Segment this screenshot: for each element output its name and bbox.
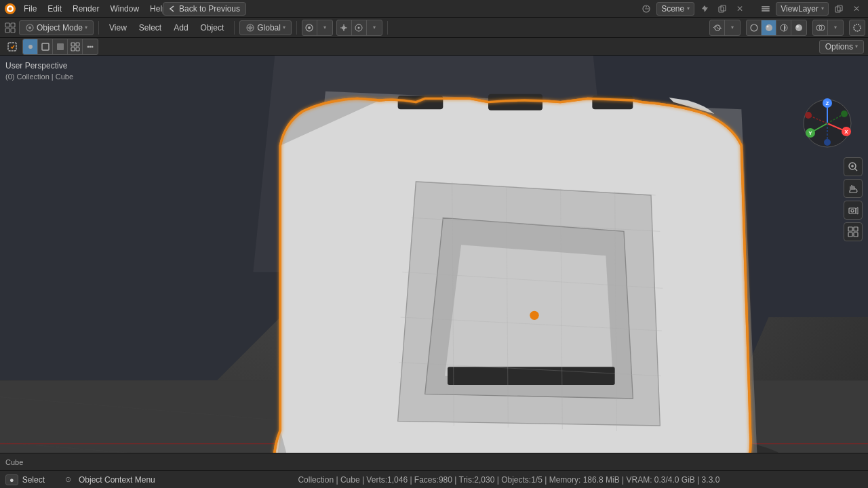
object-menu[interactable]: Object	[195, 21, 230, 35]
add-menu[interactable]: Add	[168, 21, 193, 35]
menu-file[interactable]: File	[19, 3, 41, 15]
svg-point-27	[308, 26, 311, 29]
object-icon	[25, 23, 35, 33]
svg-text:X: X	[844, 129, 848, 135]
blender-logo[interactable]	[3, 1, 18, 16]
svg-line-4	[13, 5, 14, 7]
xray-btn[interactable]	[850, 20, 865, 35]
viewport-gizmo[interactable]: Z X Y	[800, 96, 854, 150]
svg-rect-17	[11, 23, 15, 27]
viewport-icon[interactable]	[3, 20, 18, 35]
svg-point-34	[766, 25, 768, 27]
menu-render[interactable]: Render	[68, 3, 104, 15]
rmb-icon: ⊙	[61, 473, 75, 487]
edge-select[interactable]	[38, 39, 53, 54]
svg-point-33	[766, 24, 772, 31]
toolbar-right: ▾	[709, 20, 865, 36]
solid-btn[interactable]	[762, 20, 776, 35]
proportional-btn[interactable]	[352, 20, 367, 35]
vis-btn1[interactable]	[710, 20, 725, 35]
snap-btn[interactable]	[337, 20, 352, 35]
quad-view-btn[interactable]	[844, 222, 863, 241]
viewport[interactable]: User Perspective (0) Collection | Cube Z…	[0, 56, 868, 470]
status-bar: ● Select ⊙ Object Context Menu Collectio…	[0, 470, 868, 488]
lookdev-btn[interactable]	[776, 20, 791, 35]
overlay-btn[interactable]	[813, 20, 828, 35]
toolbar-menus: View Select Add Object	[104, 21, 229, 35]
scene-svg	[0, 56, 868, 470]
transform-selector[interactable]: Global ▾	[239, 20, 292, 35]
svg-rect-18	[5, 28, 9, 33]
menu-edit[interactable]: Edit	[43, 3, 66, 15]
face-select[interactable]	[53, 39, 68, 54]
object-mode-selector[interactable]: Object Mode ▾	[19, 20, 94, 35]
options-button[interactable]: Options ▾	[819, 40, 864, 54]
sep2	[234, 21, 235, 35]
back-to-previous-button[interactable]: Back to Previous	[163, 2, 246, 16]
svg-line-94	[855, 169, 858, 171]
svg-rect-66	[448, 367, 615, 385]
top-bar: File Edit Render Window Help Back to Pre…	[0, 0, 868, 18]
rendered-btn[interactable]	[791, 20, 806, 35]
zoom-icon-btn[interactable]	[844, 157, 863, 176]
back-to-previous-label: Back to Previous	[179, 4, 240, 14]
copy2-icon	[834, 4, 844, 14]
view-menu[interactable]: View	[104, 21, 132, 35]
scene-copy-icon[interactable]	[715, 1, 730, 16]
scene-selector[interactable]: Scene ▾	[656, 2, 694, 16]
copy-icon	[717, 4, 727, 14]
svg-point-92	[841, 110, 848, 117]
face-icon	[56, 42, 65, 52]
hand-icon-btn[interactable]	[844, 179, 863, 198]
top-bar-right: Scene ▾ ✕ ViewLayer ▾	[635, 1, 868, 16]
pivot-icon	[304, 23, 314, 33]
viewlayer-icon-btn[interactable]	[758, 1, 773, 16]
svg-point-30	[358, 26, 360, 28]
vertex-icon	[26, 42, 35, 52]
viewlayer-copy-icon[interactable]	[831, 1, 846, 16]
wireframe-btn[interactable]	[747, 20, 762, 35]
svg-rect-41	[8, 43, 16, 51]
svg-point-7	[646, 6, 647, 7]
scene-icon-btn[interactable]	[639, 1, 654, 16]
svg-rect-43	[42, 43, 49, 50]
view-label: View	[109, 23, 127, 33]
svg-point-40	[854, 24, 861, 31]
svg-rect-11	[762, 6, 770, 7]
select-menu[interactable]: Select	[134, 21, 167, 35]
overlay-group: ▾	[812, 20, 844, 36]
svg-rect-102	[848, 232, 852, 237]
scene-close-icon[interactable]: ✕	[732, 1, 747, 16]
svg-rect-44	[57, 43, 64, 50]
select-box-icon[interactable]	[4, 39, 20, 54]
island-select[interactable]	[68, 39, 83, 54]
vis-arrow[interactable]: ▾	[725, 20, 740, 35]
stats-label: Collection | Cube | Verts:1,046 | Faces:…	[298, 475, 719, 485]
scene-pin-icon[interactable]	[697, 1, 712, 16]
hand-icon	[848, 183, 859, 194]
camera-icon-btn[interactable]	[844, 201, 863, 220]
overlay-arrow[interactable]: ▾	[828, 20, 843, 35]
svg-rect-103	[854, 232, 858, 237]
bottom-bar: Cube	[0, 453, 868, 470]
transform-arrow: ▾	[283, 24, 285, 30]
more-select[interactable]	[83, 39, 98, 54]
pivot-btn[interactable]	[302, 20, 317, 35]
top-bar-left: File Edit Render Window Help	[0, 1, 174, 16]
viewlayer-close-icon[interactable]: ✕	[849, 1, 864, 16]
add-label: Add	[174, 23, 188, 33]
pivot-arrow[interactable]: ▾	[317, 20, 332, 35]
island-icon	[71, 42, 80, 52]
svg-point-90	[805, 112, 812, 119]
icon-row-right: Options ▾	[819, 40, 864, 54]
viewlayer-selector[interactable]: ViewLayer ▾	[776, 2, 829, 16]
lookdev-icon	[779, 23, 789, 33]
back-arrow-icon	[169, 5, 176, 12]
svg-marker-53	[0, 56, 280, 380]
proportional-arrow[interactable]: ▾	[367, 20, 382, 35]
menu-window[interactable]: Window	[105, 3, 144, 15]
svg-rect-97	[849, 208, 856, 214]
vertex-select[interactable]	[23, 39, 38, 54]
svg-rect-16	[5, 23, 9, 27]
main-area: User Perspective (0) Collection | Cube Z…	[0, 56, 868, 470]
